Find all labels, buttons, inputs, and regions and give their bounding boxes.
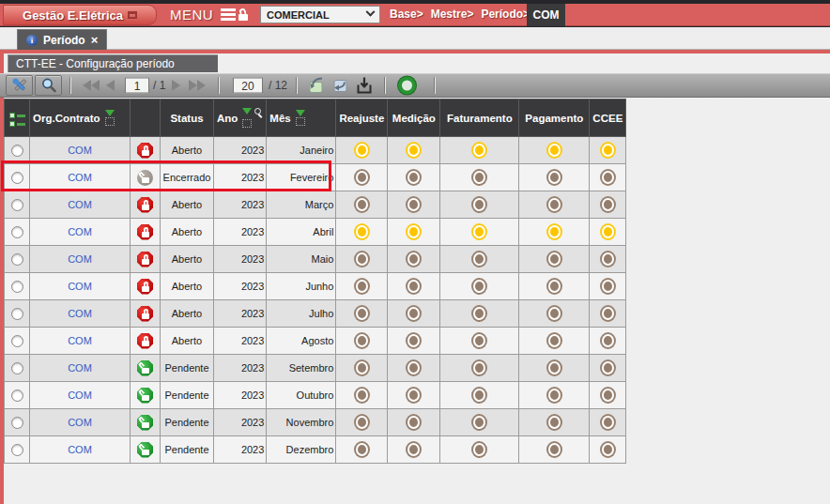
pagamento-flag[interactable] <box>548 416 561 429</box>
reajuste-flag[interactable] <box>356 280 368 293</box>
ccee-flag[interactable] <box>602 171 614 184</box>
ccee-flag[interactable] <box>602 389 614 402</box>
ccee-flag[interactable] <box>602 307 614 320</box>
header-org-contrato[interactable]: Org.Contrato <box>30 99 131 137</box>
tab-periodo[interactable]: i Período × <box>17 29 107 50</box>
ccee-flag[interactable] <box>602 144 614 157</box>
faturamento-flag[interactable] <box>473 171 485 184</box>
header-mes[interactable]: Mês <box>267 99 336 137</box>
breadcrumb-mestre[interactable]: Mestre> <box>431 8 474 21</box>
header-ccee[interactable]: CCEE <box>590 99 626 137</box>
row-select-radio[interactable] <box>11 335 23 347</box>
medicao-flag[interactable] <box>407 252 420 266</box>
breadcrumb-periodo[interactable]: Período> <box>481 8 530 21</box>
org-contrato-link[interactable]: COM <box>68 226 92 237</box>
row-select-radio[interactable] <box>11 308 23 320</box>
pagamento-flag[interactable] <box>548 252 561 266</box>
faturamento-flag[interactable] <box>473 443 485 456</box>
faturamento-flag[interactable] <box>473 252 485 266</box>
medicao-flag[interactable] <box>407 361 420 374</box>
last-page-button[interactable] <box>189 80 206 91</box>
faturamento-flag[interactable] <box>473 280 485 293</box>
org-contrato-link[interactable]: COM <box>68 281 92 292</box>
settings-button[interactable] <box>6 75 33 96</box>
row-select-radio[interactable] <box>11 253 23 266</box>
medicao-flag[interactable] <box>407 443 420 456</box>
page-number-input[interactable] <box>125 78 149 94</box>
row-select-radio[interactable] <box>11 199 23 211</box>
faturamento-flag[interactable] <box>473 225 485 238</box>
pagamento-flag[interactable] <box>548 334 561 347</box>
filter-icon[interactable] <box>296 110 305 116</box>
module-select[interactable]: COMERCIAL <box>260 6 380 23</box>
header-faturamento[interactable]: Faturamento <box>440 99 519 137</box>
org-contrato-link[interactable]: COM <box>68 362 92 374</box>
faturamento-flag[interactable] <box>473 389 485 402</box>
row-select-radio[interactable] <box>11 362 23 374</box>
medicao-flag[interactable] <box>407 334 420 347</box>
row-select-radio[interactable] <box>11 444 23 456</box>
pagamento-flag[interactable] <box>548 225 561 238</box>
reajuste-flag[interactable] <box>356 443 368 456</box>
faturamento-flag[interactable] <box>473 334 485 347</box>
pagamento-flag[interactable] <box>548 443 561 456</box>
ccee-flag[interactable] <box>602 225 614 238</box>
medicao-flag[interactable] <box>407 225 420 238</box>
org-contrato-link[interactable]: COM <box>68 308 92 319</box>
row-select-radio[interactable] <box>11 281 23 293</box>
org-contrato-link[interactable]: COM <box>68 172 92 183</box>
header-pagamento[interactable]: Pagamento <box>519 99 590 137</box>
ccee-flag[interactable] <box>602 416 614 429</box>
reajuste-flag[interactable] <box>356 334 368 347</box>
pagamento-flag[interactable] <box>548 280 561 293</box>
filter-icon[interactable] <box>242 108 252 115</box>
download-button[interactable] <box>356 77 373 95</box>
reajuste-flag[interactable] <box>356 389 368 402</box>
org-contrato-link[interactable]: COM <box>68 335 92 346</box>
app-logo[interactable]: Gestão E.Elétrica <box>3 5 157 25</box>
ccee-flag[interactable] <box>602 280 614 293</box>
pagamento-flag[interactable] <box>548 171 561 184</box>
select-all-header[interactable] <box>5 99 30 137</box>
medicao-flag[interactable] <box>407 307 420 320</box>
faturamento-flag[interactable] <box>473 198 485 211</box>
reajuste-flag[interactable] <box>356 198 368 211</box>
export-button[interactable] <box>307 77 326 95</box>
header-reajuste[interactable]: Reajuste <box>336 99 388 137</box>
ccee-flag[interactable] <box>602 252 614 266</box>
medicao-flag[interactable] <box>407 280 420 293</box>
reajuste-flag[interactable] <box>356 307 368 320</box>
medicao-flag[interactable] <box>407 198 420 211</box>
org-contrato-link[interactable]: COM <box>68 417 92 428</box>
menu-button[interactable]: MENU <box>170 7 236 23</box>
refresh-button[interactable] <box>398 77 416 95</box>
pagamento-flag[interactable] <box>548 307 561 320</box>
ccee-flag[interactable] <box>602 334 614 347</box>
search-column-icon[interactable] <box>254 108 263 118</box>
row-select-radio[interactable] <box>11 226 23 238</box>
page-size-input[interactable] <box>233 78 263 94</box>
row-select-radio[interactable] <box>11 172 23 184</box>
row-select-radio[interactable] <box>11 389 23 402</box>
reajuste-flag[interactable] <box>356 252 368 266</box>
header-status[interactable]: Status <box>161 99 214 137</box>
medicao-flag[interactable] <box>407 416 420 429</box>
pagamento-flag[interactable] <box>548 144 561 157</box>
faturamento-flag[interactable] <box>473 361 485 374</box>
medicao-flag[interactable] <box>407 144 420 157</box>
faturamento-flag[interactable] <box>473 307 485 320</box>
pagamento-flag[interactable] <box>548 361 561 374</box>
pagamento-flag[interactable] <box>548 198 561 211</box>
lock-toggle-icon[interactable] <box>237 8 250 22</box>
org-contrato-link[interactable]: COM <box>68 199 92 210</box>
tab-close-icon[interactable]: × <box>91 34 99 46</box>
header-medicao[interactable]: Medição <box>388 99 440 137</box>
reajuste-flag[interactable] <box>356 225 368 238</box>
reajuste-flag[interactable] <box>356 361 368 374</box>
org-contrato-link[interactable]: COM <box>68 253 92 265</box>
faturamento-flag[interactable] <box>473 144 485 157</box>
first-page-button[interactable] <box>83 80 100 91</box>
ccee-flag[interactable] <box>602 361 614 374</box>
row-select-radio[interactable] <box>11 145 23 157</box>
org-contrato-link[interactable]: COM <box>68 145 92 156</box>
